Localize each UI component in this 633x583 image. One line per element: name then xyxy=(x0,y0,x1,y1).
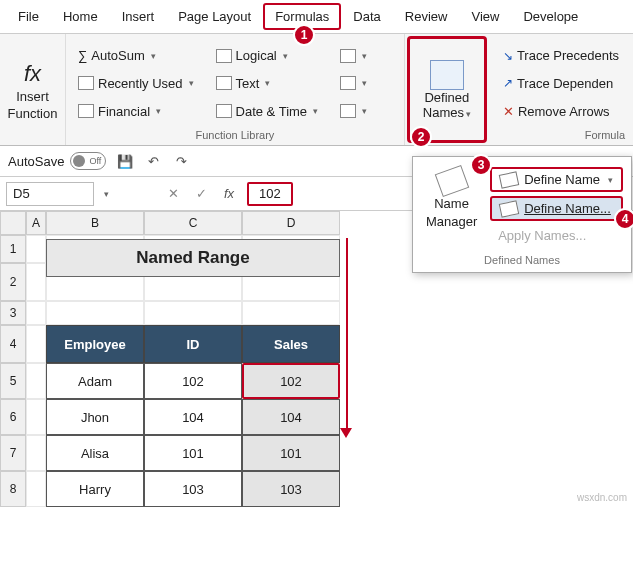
cell[interactable] xyxy=(144,301,242,325)
tab-view[interactable]: View xyxy=(459,3,511,30)
column-header[interactable]: C xyxy=(144,211,242,235)
toggle-off-label: Off xyxy=(89,156,101,166)
chevron-down-icon: ▾ xyxy=(362,51,367,61)
save-button[interactable]: 💾 xyxy=(116,152,134,170)
cell-sales[interactable]: 101 xyxy=(242,435,340,471)
trace-dependents-button[interactable]: ↗Trace Dependen xyxy=(503,76,619,91)
cell-id[interactable]: 101 xyxy=(144,435,242,471)
row-header[interactable]: 1 xyxy=(0,235,26,263)
save-icon: 💾 xyxy=(117,154,133,169)
text-button[interactable]: Text▾ xyxy=(212,74,323,93)
row-header[interactable]: 4 xyxy=(0,325,26,363)
cell-employee[interactable]: Harry xyxy=(46,471,144,507)
define-name-item[interactable]: Define Name... xyxy=(490,196,623,221)
apply-names-label: Apply Names... xyxy=(498,228,586,243)
cell-employee[interactable]: Adam xyxy=(46,363,144,399)
math-icon xyxy=(340,76,356,90)
row-header[interactable]: 8 xyxy=(0,471,26,507)
annotation-arrow-line xyxy=(346,238,348,430)
chevron-down-icon: ▾ xyxy=(265,78,270,88)
row-header[interactable]: 7 xyxy=(0,435,26,471)
name-box-dropdown-icon[interactable]: ▾ xyxy=(104,189,109,199)
row-header[interactable]: 6 xyxy=(0,399,26,435)
header-sales[interactable]: Sales xyxy=(242,325,340,363)
cell[interactable] xyxy=(242,301,340,325)
recently-used-button[interactable]: Recently Used▾ xyxy=(74,74,198,93)
cell[interactable] xyxy=(26,263,46,301)
cell[interactable] xyxy=(46,301,144,325)
cell[interactable] xyxy=(26,235,46,263)
insert-function-button[interactable]: fx Insert Function xyxy=(0,34,66,145)
cell-id[interactable]: 102 xyxy=(144,363,242,399)
fx-icon: fx xyxy=(224,186,234,201)
cell-sales[interactable]: 103 xyxy=(242,471,340,507)
redo-button[interactable]: ↷ xyxy=(172,152,190,170)
cell-employee[interactable]: Jhon xyxy=(46,399,144,435)
remove-arrows-button[interactable]: ✕Remove Arrows xyxy=(503,104,619,119)
header-employee[interactable]: Employee xyxy=(46,325,144,363)
enter-formula-button[interactable]: ✓ xyxy=(187,182,215,206)
row-header[interactable]: 2 xyxy=(0,263,26,301)
cell[interactable] xyxy=(26,471,46,507)
trace-dependents-icon: ↗ xyxy=(503,76,513,90)
header-id[interactable]: ID xyxy=(144,325,242,363)
cell[interactable] xyxy=(26,363,46,399)
name-manager-button[interactable]: Name Manager xyxy=(419,165,484,248)
chevron-down-icon: ▾ xyxy=(466,109,471,119)
apply-names-item[interactable]: Apply Names... xyxy=(490,225,623,246)
more-functions-button[interactable]: ▾ xyxy=(336,102,371,120)
tab-page-layout[interactable]: Page Layout xyxy=(166,3,263,30)
tab-developer[interactable]: Develope xyxy=(511,3,590,30)
tab-home[interactable]: Home xyxy=(51,3,110,30)
annotation-arrow-head-icon xyxy=(340,428,352,438)
logical-button[interactable]: Logical▾ xyxy=(212,46,323,65)
date-time-button[interactable]: Date & Time▾ xyxy=(212,102,323,121)
define-name-split-button[interactable]: Define Name ▾ xyxy=(490,167,623,192)
cell-id[interactable]: 103 xyxy=(144,471,242,507)
undo-button[interactable]: ↶ xyxy=(144,152,162,170)
text-icon xyxy=(216,76,232,90)
cell-id[interactable]: 104 xyxy=(144,399,242,435)
fx-icon: fx xyxy=(24,61,41,87)
redo-icon: ↷ xyxy=(176,154,187,169)
cancel-formula-button[interactable]: ✕ xyxy=(159,182,187,206)
chevron-down-icon: ▾ xyxy=(608,175,613,185)
autosave-toggle[interactable]: AutoSave Off xyxy=(8,152,106,170)
x-icon: ✕ xyxy=(168,186,179,201)
column-header[interactable]: B xyxy=(46,211,144,235)
callout-marker-4: 4 xyxy=(614,208,633,230)
math-button[interactable]: ▾ xyxy=(336,74,371,92)
title-named-range[interactable]: Named Range xyxy=(46,239,340,277)
lookup-button[interactable]: ▾ xyxy=(336,47,371,65)
column-header[interactable]: D xyxy=(242,211,340,235)
cell-sales[interactable]: 104 xyxy=(242,399,340,435)
tab-file[interactable]: File xyxy=(6,3,51,30)
tab-insert[interactable]: Insert xyxy=(110,3,167,30)
tab-review[interactable]: Review xyxy=(393,3,460,30)
autosum-button[interactable]: ∑AutoSum▾ xyxy=(74,46,198,65)
insert-function-fx-button[interactable]: fx xyxy=(215,182,243,206)
trace-precedents-button[interactable]: ↘Trace Precedents xyxy=(503,48,619,63)
cell[interactable] xyxy=(26,301,46,325)
toggle-track: Off xyxy=(70,152,106,170)
formula-input[interactable]: 102 xyxy=(247,182,293,206)
row-header[interactable]: 3 xyxy=(0,301,26,325)
financial-button[interactable]: Financial▾ xyxy=(74,102,198,121)
cell[interactable] xyxy=(26,435,46,471)
select-all-corner[interactable] xyxy=(0,211,26,235)
name-box[interactable]: D5 xyxy=(6,182,94,206)
chevron-down-icon: ▾ xyxy=(362,78,367,88)
cell[interactable] xyxy=(26,399,46,435)
remove-arrows-icon: ✕ xyxy=(503,104,514,119)
define-name-label: Define Name xyxy=(524,172,600,187)
more-icon xyxy=(340,104,356,118)
column-header[interactable]: A xyxy=(26,211,46,235)
logical-icon xyxy=(216,49,232,63)
row-header[interactable]: 5 xyxy=(0,363,26,399)
cell-employee[interactable]: Alisa xyxy=(46,435,144,471)
tab-data[interactable]: Data xyxy=(341,3,392,30)
cell-sales-selected[interactable]: 102 xyxy=(242,363,340,399)
callout-marker-1: 1 xyxy=(293,24,315,46)
cell[interactable] xyxy=(26,325,46,363)
defined-names-l1: Defined xyxy=(424,90,469,105)
